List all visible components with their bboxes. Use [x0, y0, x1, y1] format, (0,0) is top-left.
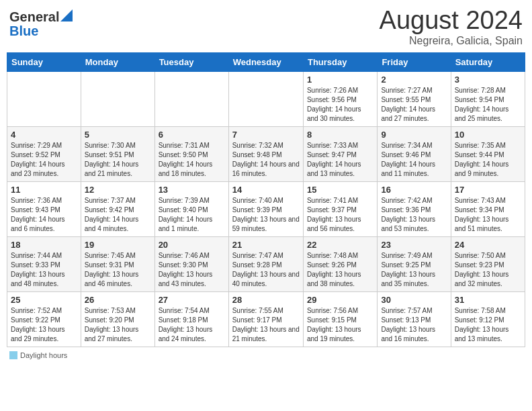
day-info: Sunrise: 7:29 AM Sunset: 9:52 PM Dayligh… — [11, 141, 77, 179]
day-number: 26 — [85, 295, 151, 305]
logo-triangle-icon — [60, 9, 73, 21]
daylight-icon — [9, 351, 17, 359]
day-info: Sunrise: 7:44 AM Sunset: 9:33 PM Dayligh… — [11, 251, 77, 289]
day-info: Sunrise: 7:52 AM Sunset: 9:22 PM Dayligh… — [11, 306, 77, 344]
calendar-cell: 23Sunrise: 7:49 AM Sunset: 9:25 PM Dayli… — [378, 236, 451, 291]
calendar-cell: 14Sunrise: 7:40 AM Sunset: 9:39 PM Dayli… — [228, 181, 303, 236]
day-number: 11 — [11, 185, 77, 195]
day-number: 15 — [307, 185, 373, 195]
day-info: Sunrise: 7:36 AM Sunset: 9:43 PM Dayligh… — [11, 196, 77, 234]
location: Negreira, Galicia, Spain — [380, 35, 523, 47]
day-number: 4 — [11, 130, 77, 140]
calendar-cell: 8Sunrise: 7:33 AM Sunset: 9:47 PM Daylig… — [303, 126, 377, 181]
calendar-cell: 27Sunrise: 7:54 AM Sunset: 9:18 PM Dayli… — [154, 291, 228, 347]
day-info: Sunrise: 7:53 AM Sunset: 9:20 PM Dayligh… — [85, 306, 151, 344]
calendar-cell: 22Sunrise: 7:48 AM Sunset: 9:26 PM Dayli… — [303, 236, 377, 291]
day-number: 8 — [307, 130, 373, 140]
calendar-cell: 29Sunrise: 7:56 AM Sunset: 9:15 PM Dayli… — [303, 291, 377, 347]
day-info: Sunrise: 7:54 AM Sunset: 9:18 PM Dayligh… — [159, 306, 225, 344]
title-section: August 2024 Negreira, Galicia, Spain — [380, 7, 523, 47]
logo-blue: Blue — [9, 24, 38, 38]
calendar-cell: 10Sunrise: 7:35 AM Sunset: 9:44 PM Dayli… — [451, 126, 525, 181]
calendar-cell: 1Sunrise: 7:26 AM Sunset: 9:56 PM Daylig… — [303, 71, 377, 126]
day-info: Sunrise: 7:56 AM Sunset: 9:15 PM Dayligh… — [307, 306, 373, 344]
day-info: Sunrise: 7:58 AM Sunset: 9:12 PM Dayligh… — [455, 306, 521, 344]
daylight-label: Daylight hours — [20, 351, 67, 359]
calendar-cell: 15Sunrise: 7:41 AM Sunset: 9:37 PM Dayli… — [303, 181, 377, 236]
calendar-cell — [228, 71, 303, 126]
day-number: 2 — [381, 75, 447, 85]
header-saturday: Saturday — [451, 52, 525, 71]
header-sunday: Sunday — [7, 52, 81, 71]
day-info: Sunrise: 7:40 AM Sunset: 9:39 PM Dayligh… — [232, 196, 300, 234]
day-number: 27 — [159, 295, 225, 305]
day-number: 25 — [11, 295, 77, 305]
header-wednesday: Wednesday — [228, 52, 303, 71]
day-number: 13 — [159, 185, 225, 195]
day-number: 10 — [455, 130, 521, 140]
day-number: 7 — [232, 130, 300, 140]
day-number: 18 — [11, 240, 77, 250]
calendar-cell: 24Sunrise: 7:50 AM Sunset: 9:23 PM Dayli… — [451, 236, 525, 291]
day-info: Sunrise: 7:30 AM Sunset: 9:51 PM Dayligh… — [85, 141, 151, 179]
calendar-cell: 21Sunrise: 7:47 AM Sunset: 9:28 PM Dayli… — [228, 236, 303, 291]
day-number: 28 — [232, 295, 300, 305]
day-info: Sunrise: 7:49 AM Sunset: 9:25 PM Dayligh… — [381, 251, 447, 289]
calendar-cell: 7Sunrise: 7:32 AM Sunset: 9:48 PM Daylig… — [228, 126, 303, 181]
day-info: Sunrise: 7:28 AM Sunset: 9:54 PM Dayligh… — [455, 86, 521, 124]
day-number: 23 — [381, 240, 447, 250]
day-info: Sunrise: 7:39 AM Sunset: 9:40 PM Dayligh… — [159, 196, 225, 234]
day-info: Sunrise: 7:57 AM Sunset: 9:13 PM Dayligh… — [381, 306, 447, 344]
header-thursday: Thursday — [303, 52, 377, 71]
day-info: Sunrise: 7:47 AM Sunset: 9:28 PM Dayligh… — [232, 251, 300, 289]
calendar-cell: 3Sunrise: 7:28 AM Sunset: 9:54 PM Daylig… — [451, 71, 525, 126]
calendar-cell: 2Sunrise: 7:27 AM Sunset: 9:55 PM Daylig… — [378, 71, 451, 126]
day-number: 6 — [159, 130, 225, 140]
calendar-cell: 17Sunrise: 7:43 AM Sunset: 9:34 PM Dayli… — [451, 181, 525, 236]
day-number: 16 — [381, 185, 447, 195]
day-info: Sunrise: 7:55 AM Sunset: 9:17 PM Dayligh… — [232, 306, 300, 344]
calendar-cell: 18Sunrise: 7:44 AM Sunset: 9:33 PM Dayli… — [7, 236, 81, 291]
calendar-week-row: 1Sunrise: 7:26 AM Sunset: 9:56 PM Daylig… — [7, 71, 525, 126]
calendar-week-row: 11Sunrise: 7:36 AM Sunset: 9:43 PM Dayli… — [7, 181, 525, 236]
calendar-cell: 31Sunrise: 7:58 AM Sunset: 9:12 PM Dayli… — [451, 291, 525, 347]
calendar-header-row: SundayMondayTuesdayWednesdayThursdayFrid… — [7, 52, 525, 71]
page-header: General Blue August 2024 Negreira, Galic… — [7, 7, 525, 47]
calendar-week-row: 4Sunrise: 7:29 AM Sunset: 9:52 PM Daylig… — [7, 126, 525, 181]
calendar-cell: 20Sunrise: 7:46 AM Sunset: 9:30 PM Dayli… — [154, 236, 228, 291]
day-number: 9 — [381, 130, 447, 140]
day-info: Sunrise: 7:32 AM Sunset: 9:48 PM Dayligh… — [232, 141, 300, 179]
calendar-cell: 11Sunrise: 7:36 AM Sunset: 9:43 PM Dayli… — [7, 181, 81, 236]
day-info: Sunrise: 7:48 AM Sunset: 9:26 PM Dayligh… — [307, 251, 373, 289]
day-info: Sunrise: 7:42 AM Sunset: 9:36 PM Dayligh… — [381, 196, 447, 234]
day-info: Sunrise: 7:34 AM Sunset: 9:46 PM Dayligh… — [381, 141, 447, 179]
day-number: 12 — [85, 185, 151, 195]
day-info: Sunrise: 7:43 AM Sunset: 9:34 PM Dayligh… — [455, 196, 521, 234]
day-number: 29 — [307, 295, 373, 305]
calendar-cell — [7, 71, 81, 126]
day-info: Sunrise: 7:45 AM Sunset: 9:31 PM Dayligh… — [85, 251, 151, 289]
legend: Daylight hours — [9, 351, 67, 359]
calendar-cell: 28Sunrise: 7:55 AM Sunset: 9:17 PM Dayli… — [228, 291, 303, 347]
day-info: Sunrise: 7:35 AM Sunset: 9:44 PM Dayligh… — [455, 141, 521, 179]
day-info: Sunrise: 7:26 AM Sunset: 9:56 PM Dayligh… — [307, 86, 373, 124]
calendar-cell: 30Sunrise: 7:57 AM Sunset: 9:13 PM Dayli… — [378, 291, 451, 347]
day-info: Sunrise: 7:46 AM Sunset: 9:30 PM Dayligh… — [159, 251, 225, 289]
calendar-week-row: 18Sunrise: 7:44 AM Sunset: 9:33 PM Dayli… — [7, 236, 525, 291]
header-tuesday: Tuesday — [154, 52, 228, 71]
header-monday: Monday — [81, 52, 154, 71]
calendar-cell: 13Sunrise: 7:39 AM Sunset: 9:40 PM Dayli… — [154, 181, 228, 236]
calendar-cell: 25Sunrise: 7:52 AM Sunset: 9:22 PM Dayli… — [7, 291, 81, 347]
daylight-legend: Daylight hours — [9, 351, 67, 359]
calendar-cell: 19Sunrise: 7:45 AM Sunset: 9:31 PM Dayli… — [81, 236, 154, 291]
day-number: 19 — [85, 240, 151, 250]
day-info: Sunrise: 7:50 AM Sunset: 9:23 PM Dayligh… — [455, 251, 521, 289]
day-number: 24 — [455, 240, 521, 250]
month-title: August 2024 — [380, 7, 523, 35]
header-friday: Friday — [378, 52, 451, 71]
calendar-cell: 5Sunrise: 7:30 AM Sunset: 9:51 PM Daylig… — [81, 126, 154, 181]
day-number: 17 — [455, 185, 521, 195]
day-number: 5 — [85, 130, 151, 140]
calendar-cell: 9Sunrise: 7:34 AM Sunset: 9:46 PM Daylig… — [378, 126, 451, 181]
calendar-cell: 12Sunrise: 7:37 AM Sunset: 9:42 PM Dayli… — [81, 181, 154, 236]
